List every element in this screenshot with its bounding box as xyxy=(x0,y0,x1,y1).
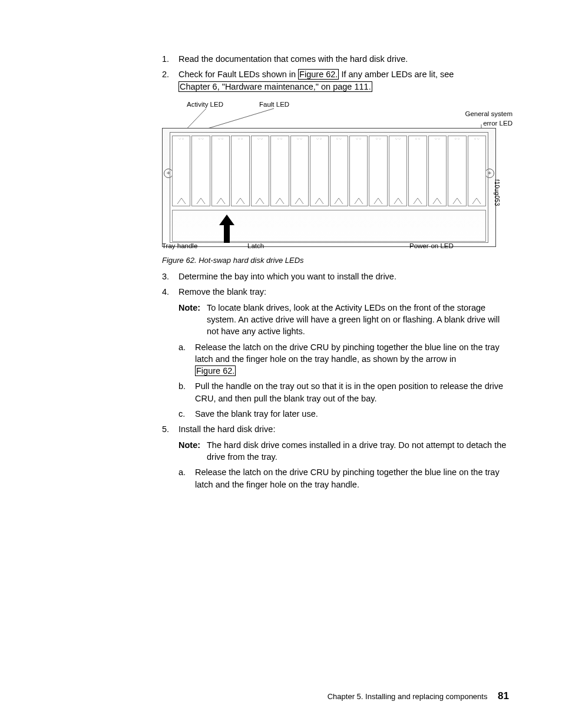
side-code: f10ug053 xyxy=(492,179,501,206)
step-text: Remove the blank tray: xyxy=(178,287,266,297)
step-text: Determine the bay into which you want to… xyxy=(178,272,396,281)
drive-bay: ○ ○ xyxy=(330,136,348,206)
drive-bay: ○ ○ xyxy=(251,136,269,206)
footer-page-number: 81 xyxy=(498,690,509,701)
figure-link[interactable]: Figure 62. xyxy=(195,365,236,376)
note-text: To locate blank drives, look at the Acti… xyxy=(207,303,500,337)
label-tray-handle: Tray handle xyxy=(162,241,197,251)
step-2: 2. Check for Fault LEDs shown in Figure … xyxy=(162,68,509,93)
figure-link[interactable]: Figure 62. xyxy=(298,69,339,80)
step-text: Pull the handle on the tray out so that … xyxy=(195,381,503,403)
figure-62: Activity LED Fault LED General system er… xyxy=(162,98,509,266)
note-text: The hard disk drive comes installed in a… xyxy=(207,440,506,462)
drive-bay: ○ ○ xyxy=(468,136,486,206)
diagram: Activity LED Fault LED General system er… xyxy=(162,98,501,252)
label-power-on: Power-on LED xyxy=(409,241,454,251)
chassis: + + ○ ○ ○ ○ ○ ○ ○ ○ ○ ○ ○ ○ ○ ○ ○ ○ ○ ○ … xyxy=(162,128,496,247)
label-gen-error: General system error LED xyxy=(465,109,513,128)
step-4a: a. Release the latch on the drive CRU by… xyxy=(178,341,509,377)
sub-steps: a. Release the latch on the drive CRU by… xyxy=(178,466,509,490)
step-number: 3. xyxy=(162,271,169,282)
drive-bay: ○ ○ xyxy=(191,136,210,206)
label-latch: Latch xyxy=(247,241,264,251)
drive-bay: ○ ○ xyxy=(231,136,249,206)
step-number: 4. xyxy=(162,286,169,298)
note: Note: To locate blank drives, look at th… xyxy=(178,302,509,338)
step-number: 5. xyxy=(162,423,169,435)
svg-marker-6 xyxy=(219,215,234,243)
drive-bay: ○ ○ xyxy=(172,136,190,206)
label-activity-led: Activity LED xyxy=(187,100,223,109)
page-footer: Chapter 5. Installing and replacing comp… xyxy=(328,689,509,703)
step-4c: c. Save the blank tray for later use. xyxy=(178,408,509,420)
step-5: 5. Install the hard disk drive: Note: Th… xyxy=(162,423,509,490)
drive-bay: ○ ○ xyxy=(448,136,466,206)
footer-chapter: Chapter 5. Installing and replacing comp… xyxy=(328,692,488,701)
step-number: 1. xyxy=(162,53,169,65)
step-1: 1. Read the documentation that comes wit… xyxy=(162,53,509,65)
note-label: Note: xyxy=(178,302,200,314)
step-3: 3. Determine the bay into which you want… xyxy=(162,271,509,282)
step-5a: a. Release the latch on the drive CRU by… xyxy=(178,466,509,490)
drive-bay: ○ ○ xyxy=(290,136,309,206)
drive-bay: ○ ○ xyxy=(369,136,387,206)
step-letter: a. xyxy=(178,466,186,478)
page-content: 1. Read the documentation that comes wit… xyxy=(0,0,562,490)
chapter-link[interactable]: Chapter 6, "Hardware maintenance," on pa… xyxy=(178,81,372,92)
drive-bay: ○ ○ xyxy=(408,136,427,206)
step-text: Install the hard disk drive: xyxy=(178,424,275,434)
main-steps-list: 1. Read the documentation that comes wit… xyxy=(162,53,509,93)
sub-steps: a. Release the latch on the drive CRU by… xyxy=(178,341,509,420)
drive-bay: ○ ○ xyxy=(389,136,407,206)
step-letter: a. xyxy=(178,341,186,353)
step-text: Release the latch on the drive CRU by pi… xyxy=(195,342,500,364)
note: Note: The hard disk drive comes installe… xyxy=(178,439,509,463)
step-number: 2. xyxy=(162,68,169,80)
step-text: Read the documentation that comes with t… xyxy=(178,54,408,64)
note-label: Note: xyxy=(178,439,200,451)
drive-bay: ○ ○ xyxy=(349,136,368,206)
step-4b: b. Pull the handle on the tray out so th… xyxy=(178,380,509,404)
main-steps-list-cont: 3. Determine the bay into which you want… xyxy=(162,271,509,490)
drive-bay: ○ ○ xyxy=(211,136,230,206)
step-text-mid: If any amber LEDs are lit, see xyxy=(339,70,454,79)
drive-bay: ○ ○ xyxy=(310,136,328,206)
drive-bay: ○ ○ xyxy=(428,136,447,206)
arrow-up-icon xyxy=(218,215,236,244)
step-letter: c. xyxy=(178,408,185,420)
label-fault-led: Fault LED xyxy=(259,100,289,109)
drive-bays: ○ ○ ○ ○ ○ ○ ○ ○ ○ ○ ○ ○ ○ ○ ○ ○ ○ ○ ○ ○ … xyxy=(172,136,486,206)
step-text: Save the blank tray for later use. xyxy=(195,409,318,419)
figure-caption: Figure 62. Hot-swap hard disk drive LEDs xyxy=(162,255,509,266)
drive-bay: ○ ○ xyxy=(270,136,289,206)
step-4: 4. Remove the blank tray: Note: To locat… xyxy=(162,286,509,420)
step-text: Release the latch on the drive CRU by pi… xyxy=(195,467,500,489)
step-letter: b. xyxy=(178,380,186,392)
step-text-pre: Check for Fault LEDs shown in xyxy=(178,70,298,79)
